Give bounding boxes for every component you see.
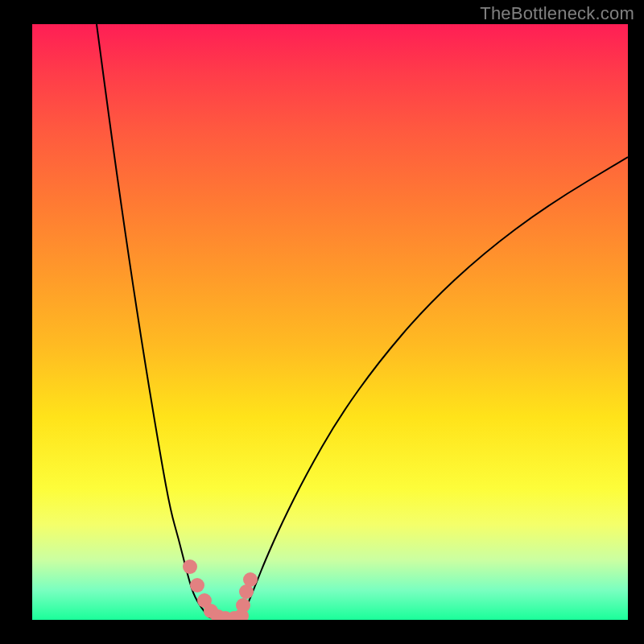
curve-left-branch xyxy=(97,24,209,617)
valley-dot xyxy=(183,559,197,574)
outer-frame: TheBottleneck.com xyxy=(0,0,644,644)
valley-dots xyxy=(183,559,258,620)
watermark-text: TheBottleneck.com xyxy=(480,3,634,24)
valley-dot xyxy=(190,578,204,592)
plot-area xyxy=(32,24,628,620)
curve-right-branch xyxy=(242,157,628,617)
valley-dot xyxy=(236,598,250,613)
valley-dot xyxy=(243,572,258,587)
curve-svg xyxy=(32,24,628,620)
